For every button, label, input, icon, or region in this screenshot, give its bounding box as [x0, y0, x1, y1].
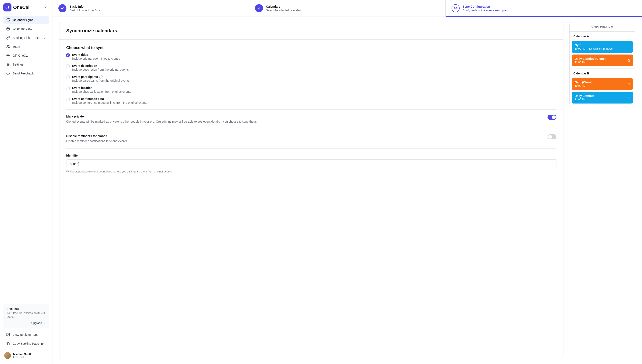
step-sync-config[interactable]: 03 Sync Configuration Configure how the …: [446, 0, 642, 16]
svg-point-5: [8, 64, 9, 65]
option-desc: Include description from the original ev…: [72, 68, 129, 71]
option-event-conference: Event conference data Include conference…: [66, 97, 556, 104]
user-info: Michael Scott Free Trial: [13, 352, 42, 359]
calendar-icon: [6, 27, 10, 31]
option-label: Event location: [72, 86, 131, 90]
cal-events: Gym (Clone) 10:00 AM Daily Standup 11:00…: [570, 78, 635, 106]
step-text: Calendars Select the affected calendars: [266, 5, 301, 12]
logo[interactable]: 01 OneCal: [4, 4, 30, 12]
nav-item-settings[interactable]: Settings: [4, 60, 49, 69]
nav-item-calendar-sync[interactable]: Calendar Sync: [4, 16, 49, 24]
video-icon: [627, 96, 630, 99]
option-event-participants: Event participantsi Include participants…: [66, 75, 556, 82]
nav-label: Team: [13, 45, 20, 48]
option-label-text: Event participants: [72, 75, 98, 78]
info-icon[interactable]: i: [99, 75, 103, 78]
svg-point-11: [46, 356, 46, 356]
toggle-title: Disable reminders for clones: [66, 134, 543, 138]
toggle-disable-reminders[interactable]: [547, 134, 556, 139]
card-header: Synchronize calendars: [60, 22, 563, 40]
divider: [66, 129, 556, 129]
nav-item-gift[interactable]: Gift OneCal: [4, 51, 49, 60]
feedback-icon: [6, 71, 10, 76]
svg-point-2: [9, 46, 10, 46]
logo-icon: 01: [4, 4, 12, 12]
identifier-hint: Will be appended to clone event titles t…: [66, 170, 556, 173]
choose-title: Choose what to sync: [66, 46, 556, 50]
identifier-input[interactable]: [66, 159, 556, 168]
config-card: Synchronize calendars Choose what to syn…: [59, 22, 563, 359]
identifier-label: Identifier: [66, 154, 556, 157]
nav-item-copy-booking[interactable]: Copy Booking Page link: [4, 340, 49, 348]
nav-label: Calendar Sync: [13, 18, 33, 22]
check-icon: [255, 4, 263, 12]
cal-b: Calendar B Gym (Clone) 10:00 AM Daily St…: [570, 69, 635, 106]
upgrade-link[interactable]: Upgrade →: [7, 321, 46, 324]
step-title: Calendars: [266, 5, 301, 8]
lock-icon: [627, 82, 630, 86]
checkbox[interactable]: [66, 86, 70, 90]
step-text: Basic Info Basic info about the Sync: [69, 5, 101, 12]
preview-card: SYNC PREVIEW Calendar A Gym 10:00 AM · F…: [569, 22, 635, 106]
option-label: Event conference data: [72, 97, 147, 100]
nav-label: Calendar View: [13, 27, 32, 30]
option-label: Event titles: [72, 53, 120, 56]
link-icon: [6, 36, 10, 40]
sidebar: 01 OneCal Calendar Sync Calendar View Bo…: [0, 0, 53, 364]
gift-icon: [6, 54, 10, 58]
nav-label: Booking Links: [13, 36, 31, 40]
svg-rect-0: [7, 28, 10, 30]
nav-label: Send Feedback: [13, 72, 34, 75]
sidebar-header: 01 OneCal: [4, 4, 49, 12]
user-menu-button[interactable]: [44, 354, 48, 358]
disable-reminders: Disable reminders for clones Disable rem…: [66, 134, 556, 144]
cal-name: Calendar B: [570, 69, 635, 78]
team-icon: [6, 44, 10, 49]
checkbox[interactable]: [66, 64, 70, 68]
collapse-sidebar-button[interactable]: [43, 4, 49, 10]
trial-card: Free Trial Your free trial expires on 01…: [4, 304, 49, 328]
option-desc: Include participants from the original e…: [72, 79, 130, 82]
preview-event: Gym 10:00 AM · Flex Gym on 16th Ave: [572, 41, 633, 53]
card-body: Choose what to sync Event titles Include…: [60, 40, 563, 179]
option-label: Event participantsi: [72, 75, 130, 78]
svg-point-9: [46, 354, 46, 355]
option-desc: Include original event titles to clones: [72, 57, 120, 60]
step-basic-info[interactable]: Basic Info Basic info about the Sync: [53, 0, 249, 16]
user-plan: Free Trial: [13, 356, 42, 359]
nav-item-calendar-view[interactable]: Calendar View: [4, 24, 49, 33]
event-title: Daily Standup: [575, 94, 630, 98]
event-title: Gym: [575, 44, 630, 47]
option-label: Event description: [72, 64, 129, 68]
badge: 1: [35, 36, 40, 40]
avatar[interactable]: [4, 352, 11, 359]
checkbox[interactable]: [66, 98, 70, 101]
option-event-description: Event description Include description fr…: [66, 64, 556, 71]
step-sub: Select the affected calendars: [266, 9, 301, 12]
nav: Calendar Sync Calendar View Booking Link…: [4, 16, 49, 78]
nav-label: Settings: [13, 63, 24, 66]
nav-item-feedback[interactable]: Send Feedback: [4, 69, 49, 78]
user-name: Michael Scott: [13, 352, 42, 356]
event-title: Gym (Clone): [575, 80, 630, 84]
nav-item-view-booking[interactable]: View Booking Page: [4, 330, 49, 339]
svg-rect-12: [628, 60, 630, 62]
toggle-title: Mark private: [66, 115, 543, 118]
nav-item-team[interactable]: Team: [4, 42, 49, 51]
logo-text: OneCal: [13, 5, 30, 10]
nav-label: View Booking Page: [13, 333, 39, 336]
stepper: Basic Info Basic info about the Sync Cal…: [53, 0, 642, 17]
event-sub: 11:00 AM: [575, 98, 630, 101]
checkbox[interactable]: [66, 54, 70, 57]
step-title: Sync Configuration: [463, 5, 508, 8]
option-event-location: Event location Include physical location…: [66, 86, 556, 93]
toggle-mark-private[interactable]: [547, 115, 556, 120]
event-title: Daily Standup (Clone): [575, 57, 630, 60]
cal-name: Calendar A: [570, 32, 635, 41]
trial-title: Free Trial: [7, 307, 46, 310]
nav-item-booking-links[interactable]: Booking Links 1: [4, 34, 49, 42]
checkbox[interactable]: [66, 76, 70, 79]
toggle-desc: Cloned events will be marked as private …: [66, 120, 543, 124]
step-calendars[interactable]: Calendars Select the affected calendars: [249, 0, 446, 16]
divider: [66, 110, 556, 110]
